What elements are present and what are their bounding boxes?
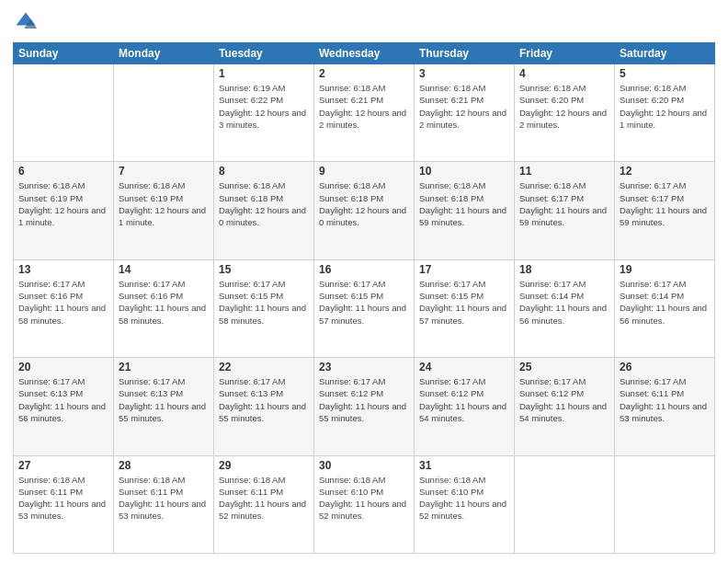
day-info: Sunrise: 6:17 AM Sunset: 6:15 PM Dayligh… <box>319 278 409 327</box>
calendar-cell: 22Sunrise: 6:17 AM Sunset: 6:13 PM Dayli… <box>214 358 314 455</box>
day-number: 23 <box>319 361 409 373</box>
day-info: Sunrise: 6:17 AM Sunset: 6:17 PM Dayligh… <box>620 179 710 228</box>
weekday-header-wednesday: Wednesday <box>314 43 415 64</box>
logo-icon <box>13 9 39 35</box>
day-number: 14 <box>119 263 209 276</box>
calendar-cell: 5Sunrise: 6:18 AM Sunset: 6:20 PM Daylig… <box>615 64 715 162</box>
weekday-header-tuesday: Tuesday <box>214 43 314 64</box>
day-info: Sunrise: 6:17 AM Sunset: 6:16 PM Dayligh… <box>119 278 209 327</box>
calendar-cell: 3Sunrise: 6:18 AM Sunset: 6:21 PM Daylig… <box>415 64 515 162</box>
calendar-cell <box>615 455 715 553</box>
calendar-cell: 24Sunrise: 6:17 AM Sunset: 6:12 PM Dayli… <box>415 358 515 455</box>
weekday-header-sunday: Sunday <box>14 43 114 64</box>
day-number: 17 <box>419 263 509 276</box>
calendar-cell: 7Sunrise: 6:18 AM Sunset: 6:19 PM Daylig… <box>114 162 214 259</box>
calendar-cell: 8Sunrise: 6:18 AM Sunset: 6:18 PM Daylig… <box>214 162 314 259</box>
calendar-cell: 18Sunrise: 6:17 AM Sunset: 6:14 PM Dayli… <box>515 259 615 357</box>
day-number: 31 <box>419 459 509 472</box>
calendar-cell: 20Sunrise: 6:17 AM Sunset: 6:13 PM Dayli… <box>14 358 114 455</box>
week-row-1: 6Sunrise: 6:18 AM Sunset: 6:19 PM Daylig… <box>14 162 715 259</box>
calendar-cell: 6Sunrise: 6:18 AM Sunset: 6:19 PM Daylig… <box>14 162 114 259</box>
day-info: Sunrise: 6:17 AM Sunset: 6:12 PM Dayligh… <box>519 375 609 424</box>
week-row-2: 13Sunrise: 6:17 AM Sunset: 6:16 PM Dayli… <box>14 259 715 357</box>
day-info: Sunrise: 6:17 AM Sunset: 6:15 PM Dayligh… <box>419 278 509 327</box>
day-number: 5 <box>620 67 710 80</box>
day-number: 4 <box>519 67 609 80</box>
day-number: 11 <box>519 165 609 178</box>
day-number: 3 <box>419 67 509 80</box>
weekday-header-saturday: Saturday <box>615 43 715 64</box>
day-info: Sunrise: 6:18 AM Sunset: 6:10 PM Dayligh… <box>319 474 409 523</box>
calendar-cell: 15Sunrise: 6:17 AM Sunset: 6:15 PM Dayli… <box>214 259 314 357</box>
day-info: Sunrise: 6:17 AM Sunset: 6:15 PM Dayligh… <box>219 278 309 327</box>
day-info: Sunrise: 6:18 AM Sunset: 6:18 PM Dayligh… <box>419 179 509 228</box>
day-number: 9 <box>319 165 409 178</box>
day-info: Sunrise: 6:17 AM Sunset: 6:13 PM Dayligh… <box>18 375 108 424</box>
day-number: 7 <box>119 165 209 178</box>
day-number: 18 <box>519 263 609 276</box>
calendar-cell: 30Sunrise: 6:18 AM Sunset: 6:10 PM Dayli… <box>314 455 415 553</box>
day-info: Sunrise: 6:18 AM Sunset: 6:11 PM Dayligh… <box>219 474 309 523</box>
calendar-cell: 12Sunrise: 6:17 AM Sunset: 6:17 PM Dayli… <box>615 162 715 259</box>
calendar-cell: 1Sunrise: 6:19 AM Sunset: 6:22 PM Daylig… <box>214 64 314 162</box>
weekday-header-thursday: Thursday <box>415 43 515 64</box>
day-number: 13 <box>18 263 108 276</box>
day-info: Sunrise: 6:17 AM Sunset: 6:14 PM Dayligh… <box>620 278 710 327</box>
day-info: Sunrise: 6:17 AM Sunset: 6:13 PM Dayligh… <box>219 375 309 424</box>
calendar-cell: 19Sunrise: 6:17 AM Sunset: 6:14 PM Dayli… <box>615 259 715 357</box>
calendar-cell: 13Sunrise: 6:17 AM Sunset: 6:16 PM Dayli… <box>14 259 114 357</box>
calendar-cell: 31Sunrise: 6:18 AM Sunset: 6:10 PM Dayli… <box>415 455 515 553</box>
day-number: 30 <box>319 459 409 472</box>
day-number: 19 <box>620 263 710 276</box>
day-number: 21 <box>119 361 209 373</box>
weekday-header-row: SundayMondayTuesdayWednesdayThursdayFrid… <box>14 43 715 64</box>
day-number: 10 <box>419 165 509 178</box>
calendar-cell: 27Sunrise: 6:18 AM Sunset: 6:11 PM Dayli… <box>14 455 114 553</box>
week-row-0: 1Sunrise: 6:19 AM Sunset: 6:22 PM Daylig… <box>14 64 715 162</box>
day-number: 26 <box>620 361 710 373</box>
calendar-cell: 23Sunrise: 6:17 AM Sunset: 6:12 PM Dayli… <box>314 358 415 455</box>
day-number: 27 <box>18 459 108 472</box>
day-number: 22 <box>219 361 309 373</box>
weekday-header-friday: Friday <box>515 43 615 64</box>
calendar-cell: 25Sunrise: 6:17 AM Sunset: 6:12 PM Dayli… <box>515 358 615 455</box>
page: SundayMondayTuesdayWednesdayThursdayFrid… <box>0 0 728 563</box>
day-info: Sunrise: 6:17 AM Sunset: 6:12 PM Dayligh… <box>319 375 409 424</box>
weekday-header-monday: Monday <box>114 43 214 64</box>
day-info: Sunrise: 6:18 AM Sunset: 6:21 PM Dayligh… <box>419 82 509 131</box>
calendar-cell <box>114 64 214 162</box>
day-info: Sunrise: 6:18 AM Sunset: 6:20 PM Dayligh… <box>620 82 710 131</box>
day-number: 16 <box>319 263 409 276</box>
calendar: SundayMondayTuesdayWednesdayThursdayFrid… <box>13 42 715 554</box>
day-info: Sunrise: 6:17 AM Sunset: 6:14 PM Dayligh… <box>519 278 609 327</box>
calendar-cell: 17Sunrise: 6:17 AM Sunset: 6:15 PM Dayli… <box>415 259 515 357</box>
day-number: 28 <box>119 459 209 472</box>
day-number: 25 <box>519 361 609 373</box>
day-number: 15 <box>219 263 309 276</box>
week-row-4: 27Sunrise: 6:18 AM Sunset: 6:11 PM Dayli… <box>14 455 715 553</box>
day-number: 1 <box>219 67 309 80</box>
day-info: Sunrise: 6:18 AM Sunset: 6:21 PM Dayligh… <box>319 82 409 131</box>
day-info: Sunrise: 6:19 AM Sunset: 6:22 PM Dayligh… <box>219 82 309 131</box>
day-info: Sunrise: 6:18 AM Sunset: 6:10 PM Dayligh… <box>419 474 509 523</box>
calendar-cell: 11Sunrise: 6:18 AM Sunset: 6:17 PM Dayli… <box>515 162 615 259</box>
calendar-cell <box>515 455 615 553</box>
calendar-cell: 29Sunrise: 6:18 AM Sunset: 6:11 PM Dayli… <box>214 455 314 553</box>
day-number: 24 <box>419 361 509 373</box>
day-info: Sunrise: 6:17 AM Sunset: 6:13 PM Dayligh… <box>119 375 209 424</box>
calendar-cell: 16Sunrise: 6:17 AM Sunset: 6:15 PM Dayli… <box>314 259 415 357</box>
day-info: Sunrise: 6:17 AM Sunset: 6:12 PM Dayligh… <box>419 375 509 424</box>
day-info: Sunrise: 6:18 AM Sunset: 6:20 PM Dayligh… <box>519 82 609 131</box>
calendar-cell: 4Sunrise: 6:18 AM Sunset: 6:20 PM Daylig… <box>515 64 615 162</box>
header <box>13 9 715 35</box>
day-number: 29 <box>219 459 309 472</box>
day-info: Sunrise: 6:18 AM Sunset: 6:19 PM Dayligh… <box>119 179 209 228</box>
calendar-cell: 28Sunrise: 6:18 AM Sunset: 6:11 PM Dayli… <box>114 455 214 553</box>
day-info: Sunrise: 6:17 AM Sunset: 6:11 PM Dayligh… <box>620 375 710 424</box>
day-number: 12 <box>620 165 710 178</box>
calendar-cell <box>14 64 114 162</box>
day-info: Sunrise: 6:18 AM Sunset: 6:11 PM Dayligh… <box>119 474 209 523</box>
day-info: Sunrise: 6:18 AM Sunset: 6:17 PM Dayligh… <box>519 179 609 228</box>
calendar-cell: 10Sunrise: 6:18 AM Sunset: 6:18 PM Dayli… <box>415 162 515 259</box>
calendar-cell: 14Sunrise: 6:17 AM Sunset: 6:16 PM Dayli… <box>114 259 214 357</box>
